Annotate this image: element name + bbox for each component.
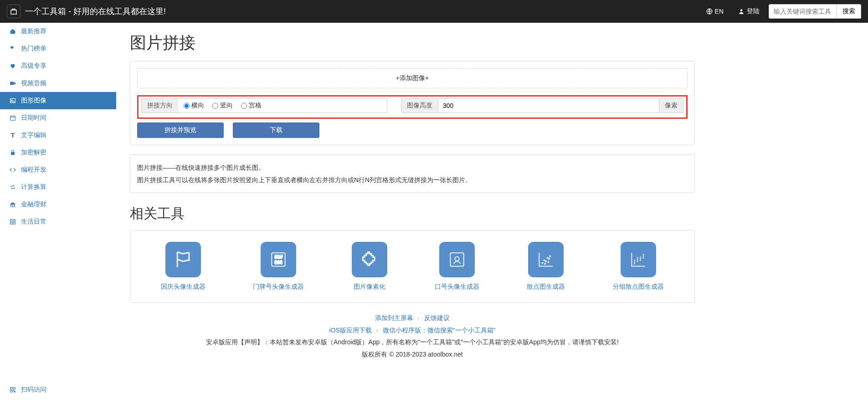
radio-horizontal[interactable]: 横向 bbox=[184, 102, 204, 110]
tool-panel: +添加图像+ 拼接方向 横向 竖向 宫格 图像高度 像素 拼接 bbox=[130, 61, 695, 145]
page-title: 图片拼接 bbox=[130, 32, 695, 54]
radio-grid[interactable]: 宫格 bbox=[241, 102, 262, 110]
lock-icon bbox=[9, 149, 16, 156]
download-button[interactable]: 下载 bbox=[233, 122, 319, 138]
tool-label: 图片像素化 bbox=[352, 283, 387, 291]
footer-link-feedback[interactable]: 反馈建议 bbox=[424, 314, 450, 321]
button-row: 拼接并预览 下载 bbox=[137, 122, 688, 138]
sidebar-item-qr[interactable]: 扫码访问 bbox=[0, 381, 116, 398]
svg-point-23 bbox=[544, 260, 545, 261]
login-button[interactable]: 登陆 bbox=[733, 4, 765, 19]
sidebar-item-video[interactable]: 视频音频 bbox=[0, 75, 116, 92]
svg-point-5 bbox=[11, 100, 12, 101]
sidebar-item-flag[interactable]: 热门榜单 bbox=[0, 40, 116, 57]
sidebar-item-label: 编程开发 bbox=[21, 166, 46, 174]
sidebar-item-label: 文字编辑 bbox=[21, 131, 46, 139]
sidebar-item-label: 金融理财 bbox=[21, 200, 46, 209]
svg-rect-3 bbox=[10, 82, 14, 85]
user-icon bbox=[738, 8, 745, 15]
sidebar-item-lock[interactable]: 加密解密 bbox=[0, 144, 116, 161]
svg-point-22 bbox=[542, 262, 544, 264]
svg-rect-16 bbox=[15, 392, 15, 393]
options-row: 拼接方向 横向 竖向 宫格 图像高度 像素 bbox=[137, 95, 688, 119]
sidebar-item-exchange[interactable]: 计算换算 bbox=[0, 179, 116, 196]
footer-link-wechat[interactable]: 微信小程序版：微信搜索"一个小工具箱" bbox=[383, 326, 496, 334]
sidebar-item-text[interactable]: 文字编辑 bbox=[0, 127, 116, 144]
text-icon bbox=[9, 132, 16, 138]
desc-line-2: 图片拼接工具可以在线将多张图片按照竖向上下垂直或者横向左右并排方向或N行N列宫格… bbox=[137, 174, 688, 186]
svg-rect-13 bbox=[13, 388, 15, 389]
svg-point-25 bbox=[547, 257, 549, 259]
svg-point-26 bbox=[549, 258, 550, 260]
height-label: 图像高度 bbox=[401, 98, 438, 113]
svg-point-21 bbox=[455, 257, 459, 261]
svg-point-40 bbox=[642, 257, 644, 259]
sidebar: 最新推荐热门榜单高级专享视频音频图形图像日期时间文字编辑加密解密编程开发计算换算… bbox=[0, 23, 116, 403]
sidebar-item-label: 计算换算 bbox=[21, 183, 46, 191]
related-tools-panel: 国庆头像生成器88#808门牌号头像生成器图片像素化口号头像生成器散点图生成器分… bbox=[130, 230, 695, 303]
tool-card[interactable]: 图片像素化 bbox=[352, 242, 387, 291]
svg-text:88#: 88# bbox=[274, 255, 283, 260]
height-input[interactable] bbox=[438, 98, 659, 113]
svg-point-27 bbox=[550, 255, 551, 257]
navbar-left: 一个工具箱 - 好用的在线工具都在这里! bbox=[7, 5, 166, 18]
related-title: 相关工具 bbox=[130, 204, 695, 223]
main-content: 图片拼接 +添加图像+ 拼接方向 横向 竖向 宫格 图像高度 像素 bbox=[116, 23, 709, 403]
tool-card[interactable]: 88#808门牌号头像生成器 bbox=[253, 242, 304, 291]
qr-icon bbox=[9, 387, 16, 393]
height-group: 图像高度 像素 bbox=[401, 98, 683, 113]
sidebar-item-calendar[interactable]: 日期时间 bbox=[0, 109, 116, 127]
footer-link-homescreen[interactable]: 添加到主屏幕 bbox=[375, 314, 413, 321]
tool-icon: 88#808 bbox=[261, 242, 296, 277]
svg-point-41 bbox=[642, 254, 644, 255]
sidebar-item-heart[interactable]: 高级专享 bbox=[0, 57, 116, 75]
search-input[interactable] bbox=[769, 4, 837, 19]
login-label: 登陆 bbox=[747, 7, 760, 15]
tool-icon bbox=[352, 242, 387, 277]
tool-card[interactable]: 分组散点图生成器 bbox=[613, 242, 664, 291]
video-icon bbox=[9, 80, 16, 87]
height-unit: 像素 bbox=[659, 98, 683, 113]
sidebar-item-home[interactable]: 最新推荐 bbox=[0, 23, 116, 40]
svg-rect-15 bbox=[13, 390, 14, 391]
svg-rect-11 bbox=[13, 222, 15, 224]
search-button[interactable]: 搜索 bbox=[837, 4, 861, 19]
sidebar-item-label: 生活日常 bbox=[21, 218, 46, 226]
brand-icon[interactable] bbox=[7, 5, 21, 18]
preview-button[interactable]: 拼接并预览 bbox=[137, 122, 224, 138]
sidebar-item-money[interactable]: 金融理财 bbox=[0, 196, 116, 213]
tool-icon bbox=[165, 242, 201, 277]
svg-rect-10 bbox=[10, 222, 12, 224]
svg-point-38 bbox=[640, 260, 641, 261]
svg-text:808: 808 bbox=[274, 260, 282, 265]
tool-label: 门牌号头像生成器 bbox=[253, 283, 304, 291]
sidebar-item-life[interactable]: 生活日常 bbox=[0, 213, 116, 230]
lang-button[interactable]: EN bbox=[701, 5, 729, 18]
sidebar-item-label: 加密解密 bbox=[21, 148, 46, 157]
sidebar-item-code[interactable]: 编程开发 bbox=[0, 161, 116, 179]
svg-rect-6 bbox=[10, 116, 15, 120]
code-icon bbox=[9, 167, 16, 173]
navbar: 一个工具箱 - 好用的在线工具都在这里! EN 登陆 搜索 bbox=[0, 0, 868, 23]
tool-card[interactable]: 国庆头像生成器 bbox=[161, 242, 205, 291]
dropzone[interactable]: +添加图像+ bbox=[137, 68, 688, 88]
tool-card[interactable]: 散点图生成器 bbox=[527, 242, 565, 291]
life-icon bbox=[9, 219, 16, 225]
direction-group: 拼接方向 横向 竖向 宫格 bbox=[141, 98, 387, 113]
tool-card[interactable]: 口号头像生成器 bbox=[435, 242, 479, 291]
sidebar-item-label: 热门榜单 bbox=[21, 45, 46, 53]
svg-rect-7 bbox=[11, 152, 15, 155]
sidebar-item-label: 扫码访问 bbox=[21, 386, 46, 394]
svg-point-39 bbox=[642, 255, 644, 257]
money-icon bbox=[9, 201, 16, 208]
navbar-right: EN 登陆 搜索 bbox=[701, 4, 861, 19]
svg-point-30 bbox=[634, 261, 635, 263]
svg-point-28 bbox=[544, 263, 546, 265]
footer-link-ios[interactable]: iOS版应用下载 bbox=[329, 326, 372, 334]
sidebar-item-image[interactable]: 图形图像 bbox=[0, 92, 116, 109]
radio-vertical[interactable]: 竖向 bbox=[212, 102, 233, 110]
sidebar-item-label: 日期时间 bbox=[21, 114, 46, 122]
svg-point-29 bbox=[548, 261, 550, 263]
brand-title[interactable]: 一个工具箱 - 好用的在线工具都在这里! bbox=[25, 6, 166, 17]
svg-rect-9 bbox=[13, 219, 15, 221]
